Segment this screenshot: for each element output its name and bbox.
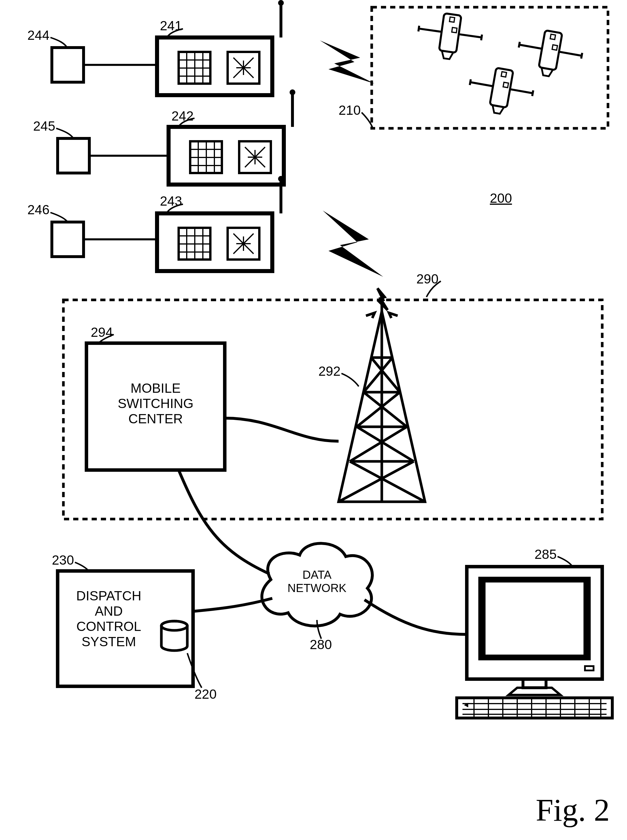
svg-line-70: [532, 90, 533, 96]
figure-caption: Fig. 2: [536, 792, 610, 829]
svg-line-61: [559, 52, 582, 56]
data-network-label: DATA NETWORK: [279, 568, 354, 595]
ref-294: 294: [91, 324, 113, 340]
svg-line-53: [419, 28, 441, 32]
svg-line-55: [418, 26, 419, 32]
svg-rect-2: [52, 222, 83, 257]
svg-rect-65: [552, 45, 558, 50]
svg-line-63: [581, 53, 582, 58]
svg-rect-71: [501, 72, 507, 77]
dispatch-label: DISPATCH AND CONTROL SYSTEM: [58, 588, 160, 649]
ref-241: 241: [160, 18, 182, 33]
svg-rect-1: [58, 138, 89, 173]
svg-line-56: [481, 35, 482, 40]
svg-line-62: [519, 42, 520, 47]
ref-244: 244: [27, 27, 50, 43]
ref-290: 290: [416, 271, 438, 287]
svg-line-86: [350, 427, 407, 461]
ref-210: 210: [339, 103, 361, 118]
svg-rect-51: [372, 7, 608, 128]
svg-point-20: [278, 0, 284, 6]
svg-rect-95: [585, 666, 594, 670]
ref-292: 292: [318, 363, 340, 379]
svg-line-87: [350, 461, 425, 502]
svg-rect-64: [550, 34, 556, 40]
svg-line-60: [519, 45, 542, 49]
svg-rect-57: [449, 17, 455, 22]
ref-243: 243: [160, 193, 182, 209]
msc-label: MOBILE SWITCHING CENTER: [87, 381, 225, 426]
svg-line-85: [357, 427, 414, 461]
ref-245: 245: [33, 118, 55, 134]
ref-200: 200: [490, 190, 512, 206]
svg-point-35: [290, 89, 295, 95]
svg-rect-96: [523, 679, 546, 688]
ref-285: 285: [534, 546, 557, 562]
svg-line-88: [339, 461, 414, 502]
svg-line-67: [470, 82, 493, 86]
ref-220: 220: [194, 686, 217, 702]
svg-line-54: [459, 34, 482, 38]
svg-rect-0: [52, 47, 83, 82]
svg-rect-36: [157, 213, 272, 271]
ref-242: 242: [172, 108, 194, 124]
svg-rect-94: [485, 583, 583, 655]
svg-line-68: [510, 89, 533, 93]
svg-rect-21: [169, 127, 284, 185]
ref-246: 246: [27, 202, 50, 218]
svg-rect-6: [157, 38, 272, 95]
svg-rect-58: [452, 27, 457, 33]
svg-rect-72: [503, 82, 509, 88]
svg-line-69: [469, 79, 471, 85]
svg-point-50: [278, 176, 284, 182]
ref-280: 280: [310, 637, 332, 652]
ref-230: 230: [52, 552, 74, 568]
